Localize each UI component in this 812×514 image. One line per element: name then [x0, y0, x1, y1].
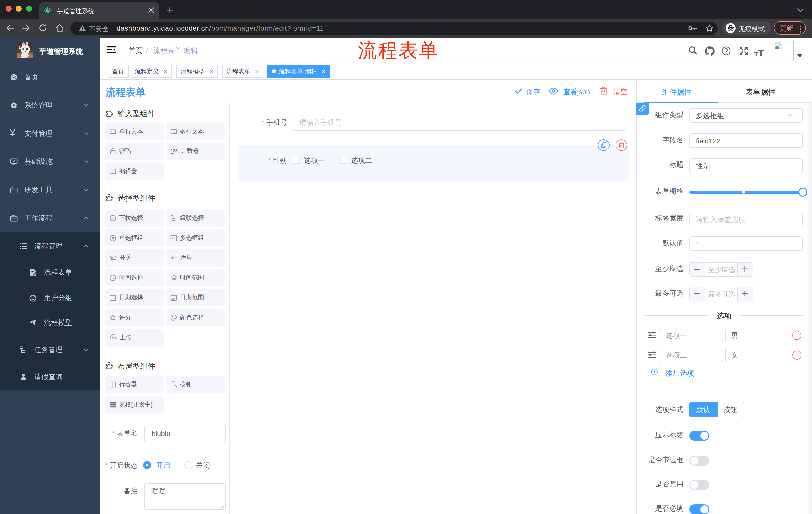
- svg-text:123: 123: [171, 148, 178, 153]
